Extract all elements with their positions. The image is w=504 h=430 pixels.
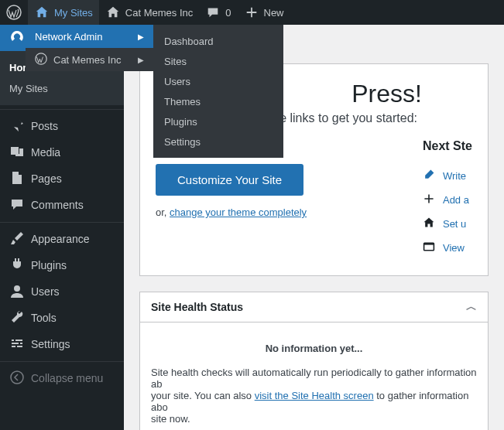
wordpress-icon — [6, 5, 22, 20]
plus-icon — [423, 193, 435, 207]
home-icon — [105, 5, 121, 20]
new-content-menu[interactable]: New — [238, 0, 290, 25]
change-theme-link[interactable]: change your theme completely — [170, 206, 307, 218]
comment-icon — [9, 196, 25, 214]
flyout-themes[interactable]: Themes — [153, 91, 283, 111]
sidebar-settings[interactable]: Settings — [0, 331, 124, 357]
sidebar-appearance[interactable]: Appearance — [0, 226, 124, 252]
site-name-label: Cat Memes Inc — [125, 7, 193, 19]
dashboard-icon — [9, 29, 25, 47]
sidebar-sub-my-sites[interactable]: My Sites — [0, 78, 124, 99]
add-link[interactable]: Add a — [443, 194, 469, 206]
sliders-icon — [9, 336, 25, 353]
user-icon — [9, 283, 25, 301]
view-icon — [423, 241, 435, 255]
view-link[interactable]: View — [443, 242, 465, 254]
site-health-description: Site health checks will automatically ru… — [151, 367, 477, 425]
site-health-link[interactable]: visit the Site Health screen — [255, 390, 374, 401]
sidebar-media[interactable]: Media — [0, 139, 124, 166]
next-steps-column: Next Ste Write Add a Set u View — [423, 139, 472, 260]
network-admin-item[interactable]: Network Admin ▶ — [26, 25, 153, 48]
comments-count: 0 — [225, 7, 231, 19]
flyout-site-label: Cat Memes Inc — [53, 54, 121, 66]
site-health-body: No information yet... Site health checks… — [140, 322, 488, 430]
wordpress-icon — [35, 53, 47, 67]
my-sites-label: My Sites — [54, 7, 93, 19]
setup-link[interactable]: Set u — [443, 218, 466, 230]
no-info-text: No information yet... — [151, 343, 477, 354]
my-sites-flyout: Network Admin ▶ Cat Memes Inc ▶ — [26, 25, 153, 71]
flyout-sites[interactable]: Sites — [153, 51, 283, 71]
sidebar-pages[interactable]: Pages — [0, 166, 124, 192]
site-health-title: Site Health Status — [151, 301, 243, 313]
edit-icon — [423, 169, 435, 183]
site-health-panel: Site Health Status ︿ No information yet.… — [139, 292, 489, 430]
change-theme-line: or, change your theme completely — [156, 206, 392, 218]
write-link[interactable]: Write — [443, 170, 466, 182]
flyout-users[interactable]: Users — [153, 71, 283, 91]
network-admin-label: Network Admin — [35, 31, 102, 43]
wrench-icon — [9, 309, 25, 327]
network-admin-flyout: Dashboard Sites Users Themes Plugins Set… — [153, 25, 283, 158]
chevron-right-icon: ▶ — [138, 56, 144, 64]
next-steps-heading: Next Ste — [423, 139, 472, 153]
customize-site-button[interactable]: Customize Your Site — [156, 164, 303, 196]
comment-icon — [205, 5, 221, 20]
page-icon — [9, 170, 25, 188]
svg-rect-6 — [424, 243, 434, 244]
svg-point-2 — [20, 149, 22, 151]
new-label: New — [264, 7, 284, 19]
flyout-plugins[interactable]: Plugins — [153, 111, 283, 131]
plug-icon — [9, 257, 25, 275]
collapse-icon — [9, 370, 25, 387]
sidebar-comments[interactable]: Comments — [0, 192, 124, 218]
site-name-menu[interactable]: Cat Memes Inc — [99, 0, 199, 25]
home-icon — [423, 217, 435, 231]
pin-icon — [9, 118, 25, 135]
plus-icon — [244, 5, 259, 20]
collapse-menu[interactable]: Collapse menu — [0, 365, 124, 391]
svg-point-3 — [14, 285, 20, 292]
wp-logo-menu[interactable] — [0, 0, 28, 25]
flyout-settings[interactable]: Settings — [153, 131, 283, 152]
home-icon — [34, 5, 50, 20]
chevron-up-icon: ︿ — [466, 300, 477, 314]
sidebar-users[interactable]: Users — [0, 278, 124, 305]
flyout-site-item[interactable]: Cat Memes Inc ▶ — [26, 48, 153, 71]
svg-point-4 — [11, 371, 23, 384]
flyout-dashboard[interactable]: Dashboard — [153, 31, 283, 51]
site-health-header[interactable]: Site Health Status ︿ — [140, 292, 488, 322]
media-icon — [9, 144, 25, 162]
my-sites-menu[interactable]: My Sites — [28, 0, 99, 25]
sidebar-posts[interactable]: Posts — [0, 113, 124, 139]
sidebar-plugins[interactable]: Plugins — [0, 252, 124, 278]
comments-menu[interactable]: 0 — [199, 0, 237, 25]
sidebar-tools[interactable]: Tools — [0, 305, 124, 331]
brush-icon — [9, 230, 25, 248]
chevron-right-icon: ▶ — [138, 32, 144, 41]
admin-bar: My Sites Cat Memes Inc 0 New — [0, 0, 504, 25]
admin-sidebar: Ho Home My Sites Posts Media Pages Comme… — [0, 25, 124, 430]
